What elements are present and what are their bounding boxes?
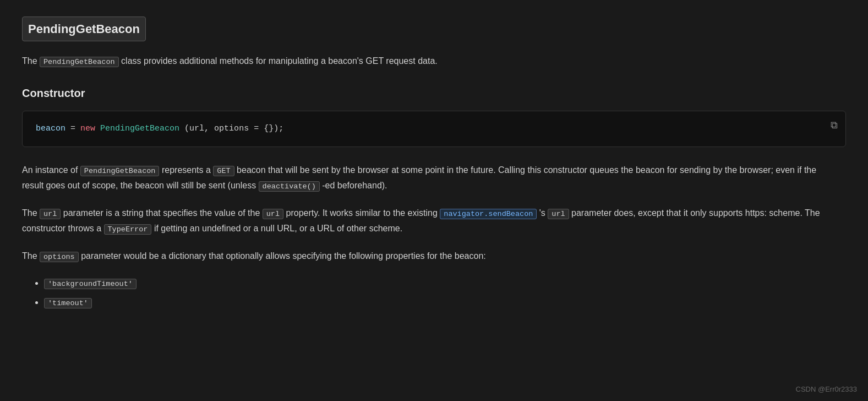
p3-pre1: The	[22, 251, 40, 261]
footer-credit: CSDN @Err0r2333	[796, 384, 857, 395]
copy-icon[interactable]: ⧉	[831, 118, 838, 134]
paragraph-3: The options parameter would be a diction…	[22, 248, 820, 264]
paragraph-2: The url parameter is a string that speci…	[22, 205, 820, 236]
code-keyword: new	[80, 124, 100, 133]
code-var: beacon	[36, 124, 65, 133]
code-block: beacon = new PendingGetBeacon (url, opti…	[22, 111, 846, 147]
p1-code1: PendingGetBeacon	[80, 166, 160, 176]
intro-class-code: PendingGetBeacon	[40, 57, 119, 67]
p1-mid1: represents a	[162, 165, 213, 175]
p1-code2: GET	[213, 166, 234, 176]
bullet-code-2: 'timeout'	[44, 298, 92, 308]
list-item: 'timeout'	[44, 295, 846, 310]
p1-pre1: An instance of	[22, 165, 80, 175]
p3-end: parameter would be a dictionary that opt…	[81, 251, 486, 261]
p2-code4: TypeError	[104, 224, 152, 235]
p2-mid3: 's	[539, 208, 548, 218]
p2-code2: url	[263, 209, 283, 219]
bullet-list: 'backgroundTimeout' 'timeout'	[22, 276, 846, 310]
intro-before-text: The	[22, 56, 40, 66]
page-title: PendingGetBeacon	[22, 17, 146, 41]
list-item: 'backgroundTimeout'	[44, 276, 846, 290]
intro-after-text: class provides additional methods for ma…	[121, 56, 438, 66]
bullet-code-1: 'backgroundTimeout'	[44, 279, 137, 289]
constructor-heading: Constructor	[22, 84, 846, 102]
p1-code3: deactivate()	[259, 181, 320, 192]
code-params: (url, options = {});	[184, 124, 283, 133]
p2-mid2: property. It works similar to the existi…	[286, 208, 440, 218]
paragraph-1: An instance of PendingGetBeacon represen…	[22, 162, 820, 193]
p1-end: -ed beforehand).	[322, 181, 387, 190]
p2-end2: if getting an undefined or a null URL, o…	[154, 224, 402, 233]
p3-code1: options	[40, 252, 79, 262]
p2-link-code[interactable]: navigator.sendBeacon	[440, 209, 537, 219]
intro-paragraph: The PendingGetBeacon class provides addi…	[22, 53, 846, 69]
p2-code3: url	[548, 209, 569, 219]
p2-code1: url	[40, 209, 61, 219]
p2-mid1: parameter is a string that specifies the…	[63, 208, 263, 218]
code-constructor: PendingGetBeacon	[100, 124, 179, 133]
p2-pre1: The	[22, 208, 40, 218]
code-operator: =	[70, 124, 80, 133]
